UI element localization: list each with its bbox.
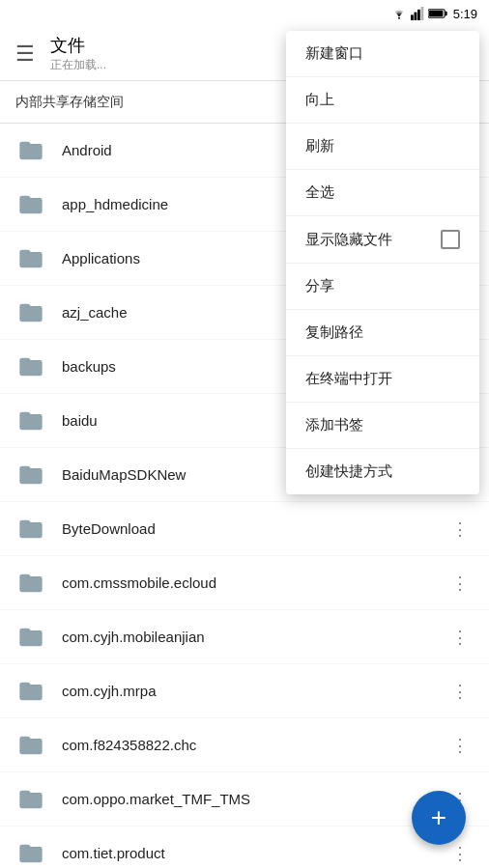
menu-item-label: 分享 — [305, 277, 334, 295]
menu-item-label: 创建快捷方式 — [305, 462, 392, 481]
menu-item-label: 添加书签 — [305, 416, 363, 434]
menu-item[interactable]: 复制路径 — [286, 310, 479, 356]
menu-item-label: 新建窗口 — [305, 44, 363, 63]
menu-item[interactable]: 在终端中打开 — [286, 356, 479, 403]
menu-item[interactable]: 分享 — [286, 264, 479, 310]
context-menu: 新建窗口向上刷新全选显示隐藏文件分享复制路径在终端中打开添加书签创建快捷方式 — [286, 31, 479, 494]
menu-item-label: 显示隐藏文件 — [305, 231, 392, 249]
menu-item[interactable]: 向上 — [286, 77, 479, 124]
menu-item[interactable]: 显示隐藏文件 — [286, 216, 479, 264]
menu-item[interactable]: 全选 — [286, 170, 479, 216]
menu-item[interactable]: 刷新 — [286, 124, 479, 170]
menu-item-label: 全选 — [305, 183, 334, 202]
menu-item[interactable]: 创建快捷方式 — [286, 449, 479, 494]
menu-item[interactable]: 新建窗口 — [286, 31, 479, 77]
menu-item-label: 复制路径 — [305, 323, 363, 342]
menu-checkbox[interactable] — [441, 230, 460, 249]
menu-item-label: 在终端中打开 — [305, 370, 392, 388]
menu-item-label: 向上 — [305, 91, 334, 109]
menu-item-label: 刷新 — [305, 137, 334, 155]
menu-item[interactable]: 添加书签 — [286, 403, 479, 449]
